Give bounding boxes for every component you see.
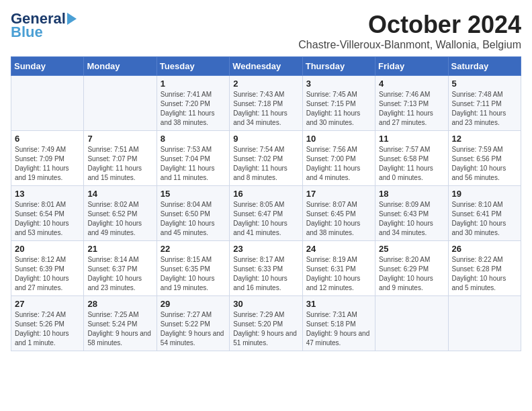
calendar-cell: 27Sunrise: 7:24 AM Sunset: 5:26 PM Dayli…	[11, 296, 84, 351]
day-number: 3	[306, 79, 371, 89]
day-number: 22	[161, 244, 226, 254]
day-number: 12	[452, 134, 517, 144]
calendar-cell: 12Sunrise: 7:59 AM Sunset: 6:56 PM Dayli…	[448, 131, 521, 186]
calendar-cell: 3Sunrise: 7:45 AM Sunset: 7:15 PM Daylig…	[302, 76, 375, 131]
calendar-cell: 1Sunrise: 7:41 AM Sunset: 7:20 PM Daylig…	[157, 76, 229, 131]
day-number: 29	[161, 299, 226, 309]
calendar-cell: 31Sunrise: 7:31 AM Sunset: 5:18 PM Dayli…	[302, 296, 375, 351]
calendar-cell	[11, 76, 84, 131]
day-number: 24	[306, 244, 371, 254]
weekday-header-thursday: Thursday	[302, 57, 375, 76]
calendar-cell: 16Sunrise: 8:05 AM Sunset: 6:47 PM Dayli…	[230, 186, 302, 241]
weekday-header-saturday: Saturday	[448, 57, 521, 76]
day-info: Sunrise: 8:20 AM Sunset: 6:29 PM Dayligh…	[379, 255, 444, 293]
day-number: 30	[233, 299, 298, 309]
calendar-body: 1Sunrise: 7:41 AM Sunset: 7:20 PM Daylig…	[11, 76, 521, 351]
calendar-cell: 17Sunrise: 8:07 AM Sunset: 6:45 PM Dayli…	[302, 186, 375, 241]
calendar-cell: 30Sunrise: 7:29 AM Sunset: 5:20 PM Dayli…	[230, 296, 302, 351]
calendar-cell: 6Sunrise: 7:49 AM Sunset: 7:09 PM Daylig…	[11, 131, 84, 186]
day-info: Sunrise: 7:25 AM Sunset: 5:24 PM Dayligh…	[87, 310, 152, 348]
calendar-table: SundayMondayTuesdayWednesdayThursdayFrid…	[11, 56, 521, 351]
day-number: 15	[161, 189, 226, 199]
calendar-header-row: SundayMondayTuesdayWednesdayThursdayFrid…	[11, 57, 521, 76]
calendar-cell: 15Sunrise: 8:04 AM Sunset: 6:50 PM Dayli…	[157, 186, 229, 241]
day-number: 21	[87, 244, 152, 254]
calendar-week-row: 13Sunrise: 8:01 AM Sunset: 6:54 PM Dayli…	[11, 186, 521, 241]
day-info: Sunrise: 7:59 AM Sunset: 6:56 PM Dayligh…	[452, 145, 517, 183]
day-info: Sunrise: 8:17 AM Sunset: 6:33 PM Dayligh…	[233, 255, 298, 293]
calendar-cell: 2Sunrise: 7:43 AM Sunset: 7:18 PM Daylig…	[230, 76, 302, 131]
calendar-cell: 29Sunrise: 7:27 AM Sunset: 5:22 PM Dayli…	[157, 296, 229, 351]
day-info: Sunrise: 7:54 AM Sunset: 7:02 PM Dayligh…	[233, 145, 298, 183]
day-info: Sunrise: 8:22 AM Sunset: 6:28 PM Dayligh…	[452, 255, 517, 293]
calendar-cell: 25Sunrise: 8:20 AM Sunset: 6:29 PM Dayli…	[375, 241, 448, 296]
calendar-cell: 10Sunrise: 7:56 AM Sunset: 7:00 PM Dayli…	[302, 131, 375, 186]
calendar-cell	[448, 296, 521, 351]
calendar-cell: 20Sunrise: 8:12 AM Sunset: 6:39 PM Dayli…	[11, 241, 84, 296]
day-info: Sunrise: 8:04 AM Sunset: 6:50 PM Dayligh…	[161, 200, 226, 238]
calendar-cell	[375, 296, 448, 351]
day-number: 9	[233, 134, 298, 144]
day-number: 7	[87, 134, 152, 144]
day-info: Sunrise: 8:09 AM Sunset: 6:43 PM Dayligh…	[379, 200, 444, 238]
calendar-week-row: 6Sunrise: 7:49 AM Sunset: 7:09 PM Daylig…	[11, 131, 521, 186]
day-number: 28	[87, 299, 152, 309]
calendar-cell: 21Sunrise: 8:14 AM Sunset: 6:37 PM Dayli…	[84, 241, 157, 296]
day-number: 8	[161, 134, 226, 144]
calendar-cell: 8Sunrise: 7:53 AM Sunset: 7:04 PM Daylig…	[157, 131, 229, 186]
day-info: Sunrise: 7:46 AM Sunset: 7:13 PM Dayligh…	[379, 90, 444, 128]
month-title: October 2024	[298, 11, 521, 39]
calendar-cell: 19Sunrise: 8:10 AM Sunset: 6:41 PM Dayli…	[448, 186, 521, 241]
day-info: Sunrise: 7:48 AM Sunset: 7:11 PM Dayligh…	[452, 90, 517, 128]
day-number: 19	[452, 189, 517, 199]
day-number: 20	[15, 244, 80, 254]
day-number: 27	[15, 299, 80, 309]
day-number: 16	[233, 189, 298, 199]
day-info: Sunrise: 8:05 AM Sunset: 6:47 PM Dayligh…	[233, 200, 298, 238]
day-info: Sunrise: 8:15 AM Sunset: 6:35 PM Dayligh…	[161, 255, 226, 293]
day-info: Sunrise: 7:43 AM Sunset: 7:18 PM Dayligh…	[233, 90, 298, 128]
day-info: Sunrise: 8:12 AM Sunset: 6:39 PM Dayligh…	[15, 255, 80, 293]
day-number: 31	[306, 299, 371, 309]
calendar-week-row: 27Sunrise: 7:24 AM Sunset: 5:26 PM Dayli…	[11, 296, 521, 351]
day-info: Sunrise: 8:07 AM Sunset: 6:45 PM Dayligh…	[306, 200, 371, 238]
day-info: Sunrise: 7:29 AM Sunset: 5:20 PM Dayligh…	[233, 310, 298, 348]
day-info: Sunrise: 7:57 AM Sunset: 6:58 PM Dayligh…	[379, 145, 444, 183]
logo: General Blue	[11, 11, 77, 40]
day-info: Sunrise: 7:56 AM Sunset: 7:00 PM Dayligh…	[306, 145, 371, 183]
calendar-cell: 5Sunrise: 7:48 AM Sunset: 7:11 PM Daylig…	[448, 76, 521, 131]
location-subtitle: Chastre-Villeroux-Blanmont, Wallonia, Be…	[298, 39, 521, 51]
day-number: 26	[452, 244, 517, 254]
calendar-cell: 9Sunrise: 7:54 AM Sunset: 7:02 PM Daylig…	[230, 131, 302, 186]
day-number: 5	[452, 79, 517, 89]
day-info: Sunrise: 7:49 AM Sunset: 7:09 PM Dayligh…	[15, 145, 80, 183]
calendar-cell: 23Sunrise: 8:17 AM Sunset: 6:33 PM Dayli…	[230, 241, 302, 296]
calendar-cell: 22Sunrise: 8:15 AM Sunset: 6:35 PM Dayli…	[157, 241, 229, 296]
logo-text-blue: Blue	[11, 24, 43, 40]
page-header: General Blue October 2024 Chastre-Viller…	[11, 11, 521, 51]
day-number: 18	[379, 189, 444, 199]
calendar-cell: 28Sunrise: 7:25 AM Sunset: 5:24 PM Dayli…	[84, 296, 157, 351]
day-info: Sunrise: 8:10 AM Sunset: 6:41 PM Dayligh…	[452, 200, 517, 238]
day-info: Sunrise: 8:01 AM Sunset: 6:54 PM Dayligh…	[15, 200, 80, 238]
weekday-header-wednesday: Wednesday	[230, 57, 302, 76]
calendar-cell: 26Sunrise: 8:22 AM Sunset: 6:28 PM Dayli…	[448, 241, 521, 296]
calendar-cell: 14Sunrise: 8:02 AM Sunset: 6:52 PM Dayli…	[84, 186, 157, 241]
weekday-header-friday: Friday	[375, 57, 448, 76]
day-info: Sunrise: 7:51 AM Sunset: 7:07 PM Dayligh…	[87, 145, 152, 183]
day-info: Sunrise: 8:19 AM Sunset: 6:31 PM Dayligh…	[306, 255, 371, 293]
day-number: 10	[306, 134, 371, 144]
day-number: 11	[379, 134, 444, 144]
day-number: 25	[379, 244, 444, 254]
calendar-cell: 4Sunrise: 7:46 AM Sunset: 7:13 PM Daylig…	[375, 76, 448, 131]
day-info: Sunrise: 7:41 AM Sunset: 7:20 PM Dayligh…	[161, 90, 226, 128]
day-number: 4	[379, 79, 444, 89]
calendar-week-row: 1Sunrise: 7:41 AM Sunset: 7:20 PM Daylig…	[11, 76, 521, 131]
day-info: Sunrise: 7:31 AM Sunset: 5:18 PM Dayligh…	[306, 310, 371, 348]
day-number: 6	[15, 134, 80, 144]
calendar-week-row: 20Sunrise: 8:12 AM Sunset: 6:39 PM Dayli…	[11, 241, 521, 296]
calendar-cell: 13Sunrise: 8:01 AM Sunset: 6:54 PM Dayli…	[11, 186, 84, 241]
day-number: 2	[233, 79, 298, 89]
day-number: 13	[15, 189, 80, 199]
day-number: 23	[233, 244, 298, 254]
